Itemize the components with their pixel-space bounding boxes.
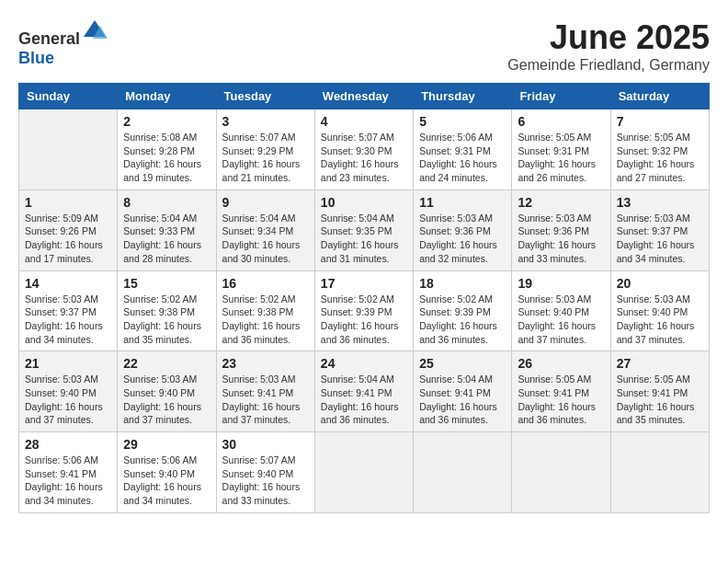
day-info: Sunrise: 5:07 AM Sunset: 9:30 PM Dayligh…: [321, 131, 407, 185]
title-area: June 2025 Gemeinde Friedland, Germany: [507, 18, 710, 74]
col-monday: Monday: [118, 84, 216, 109]
day-info: Sunrise: 5:06 AM Sunset: 9:40 PM Dayligh…: [123, 454, 210, 508]
table-cell: 18Sunrise: 5:02 AM Sunset: 9:39 PM Dayli…: [414, 270, 512, 351]
day-info: Sunrise: 5:09 AM Sunset: 9:26 PM Dayligh…: [25, 212, 111, 266]
day-info: Sunrise: 5:05 AM Sunset: 9:31 PM Dayligh…: [518, 131, 604, 185]
day-number: 7: [617, 114, 703, 129]
day-number: 16: [222, 276, 309, 291]
table-cell: 10Sunrise: 5:04 AM Sunset: 9:35 PM Dayli…: [314, 190, 413, 270]
day-number: 19: [518, 276, 604, 291]
table-cell: [414, 432, 512, 513]
day-number: 28: [25, 437, 111, 452]
day-info: Sunrise: 5:06 AM Sunset: 9:41 PM Dayligh…: [25, 454, 111, 508]
calendar-row-1: 2Sunrise: 5:08 AM Sunset: 9:28 PM Daylig…: [19, 109, 710, 190]
table-cell: 4Sunrise: 5:07 AM Sunset: 9:30 PM Daylig…: [314, 109, 413, 190]
day-number: 23: [222, 356, 309, 371]
day-info: Sunrise: 5:03 AM Sunset: 9:40 PM Dayligh…: [25, 373, 111, 427]
table-cell: 9Sunrise: 5:04 AM Sunset: 9:34 PM Daylig…: [216, 190, 314, 270]
table-cell: 30Sunrise: 5:07 AM Sunset: 9:40 PM Dayli…: [216, 432, 314, 513]
day-info: Sunrise: 5:02 AM Sunset: 9:39 PM Dayligh…: [419, 293, 506, 347]
day-number: 5: [419, 114, 506, 129]
day-number: 11: [419, 195, 506, 210]
day-info: Sunrise: 5:03 AM Sunset: 9:40 PM Dayligh…: [123, 373, 210, 427]
table-cell: 15Sunrise: 5:02 AM Sunset: 9:38 PM Dayli…: [118, 270, 216, 351]
day-number: 22: [123, 356, 210, 371]
day-info: Sunrise: 5:04 AM Sunset: 9:35 PM Dayligh…: [321, 212, 407, 266]
table-cell: 11Sunrise: 5:03 AM Sunset: 9:36 PM Dayli…: [414, 190, 512, 270]
day-info: Sunrise: 5:03 AM Sunset: 9:36 PM Dayligh…: [518, 212, 604, 266]
logo: General Blue: [18, 18, 108, 68]
table-cell: 17Sunrise: 5:02 AM Sunset: 9:39 PM Dayli…: [314, 270, 413, 351]
calendar-row-3: 14Sunrise: 5:03 AM Sunset: 9:37 PM Dayli…: [19, 270, 710, 351]
calendar-row-5: 28Sunrise: 5:06 AM Sunset: 9:41 PM Dayli…: [19, 432, 710, 513]
day-info: Sunrise: 5:04 AM Sunset: 9:34 PM Dayligh…: [222, 212, 309, 266]
table-cell: [19, 109, 118, 190]
day-info: Sunrise: 5:03 AM Sunset: 9:40 PM Dayligh…: [518, 293, 604, 347]
day-number: 2: [123, 114, 210, 129]
table-cell: 13Sunrise: 5:03 AM Sunset: 9:37 PM Dayli…: [610, 190, 709, 270]
logo-blue: Blue: [18, 49, 54, 67]
month-title: June 2025: [507, 18, 710, 57]
day-info: Sunrise: 5:02 AM Sunset: 9:38 PM Dayligh…: [222, 293, 309, 347]
day-number: 30: [222, 437, 309, 452]
table-cell: 26Sunrise: 5:05 AM Sunset: 9:41 PM Dayli…: [512, 351, 610, 432]
location-title: Gemeinde Friedland, Germany: [507, 57, 710, 74]
day-number: 17: [321, 276, 407, 291]
day-info: Sunrise: 5:08 AM Sunset: 9:28 PM Dayligh…: [123, 131, 210, 185]
day-number: 27: [617, 356, 703, 371]
day-info: Sunrise: 5:03 AM Sunset: 9:40 PM Dayligh…: [617, 293, 703, 347]
day-info: Sunrise: 5:05 AM Sunset: 9:41 PM Dayligh…: [617, 373, 703, 427]
col-wednesday: Wednesday: [314, 84, 413, 109]
table-cell: 28Sunrise: 5:06 AM Sunset: 9:41 PM Dayli…: [19, 432, 118, 513]
col-tuesday: Tuesday: [216, 84, 314, 109]
day-number: 3: [222, 114, 309, 129]
table-cell: 20Sunrise: 5:03 AM Sunset: 9:40 PM Dayli…: [610, 270, 709, 351]
day-info: Sunrise: 5:07 AM Sunset: 9:40 PM Dayligh…: [222, 454, 309, 508]
day-number: 10: [321, 195, 407, 210]
day-number: 14: [25, 276, 111, 291]
day-number: 26: [518, 356, 604, 371]
table-cell: 29Sunrise: 5:06 AM Sunset: 9:40 PM Dayli…: [118, 432, 216, 513]
table-cell: 5Sunrise: 5:06 AM Sunset: 9:31 PM Daylig…: [414, 109, 512, 190]
day-info: Sunrise: 5:04 AM Sunset: 9:41 PM Dayligh…: [321, 373, 407, 427]
day-info: Sunrise: 5:02 AM Sunset: 9:38 PM Dayligh…: [123, 293, 210, 347]
table-cell: 2Sunrise: 5:08 AM Sunset: 9:28 PM Daylig…: [118, 109, 216, 190]
table-cell: [314, 432, 413, 513]
day-number: 1: [25, 195, 111, 210]
day-info: Sunrise: 5:03 AM Sunset: 9:37 PM Dayligh…: [25, 293, 111, 347]
col-thursday: Thursday: [414, 84, 512, 109]
logo-icon: [82, 18, 108, 44]
table-cell: 14Sunrise: 5:03 AM Sunset: 9:37 PM Dayli…: [19, 270, 118, 351]
table-cell: 25Sunrise: 5:04 AM Sunset: 9:41 PM Dayli…: [414, 351, 512, 432]
day-info: Sunrise: 5:04 AM Sunset: 9:33 PM Dayligh…: [123, 212, 210, 266]
day-number: 24: [321, 356, 407, 371]
table-cell: 16Sunrise: 5:02 AM Sunset: 9:38 PM Dayli…: [216, 270, 314, 351]
table-cell: [512, 432, 610, 513]
day-number: 25: [419, 356, 506, 371]
day-number: 9: [222, 195, 309, 210]
table-cell: 3Sunrise: 5:07 AM Sunset: 9:29 PM Daylig…: [216, 109, 314, 190]
day-number: 15: [123, 276, 210, 291]
day-number: 18: [419, 276, 506, 291]
day-number: 4: [321, 114, 407, 129]
table-cell: 21Sunrise: 5:03 AM Sunset: 9:40 PM Dayli…: [19, 351, 118, 432]
calendar-row-4: 21Sunrise: 5:03 AM Sunset: 9:40 PM Dayli…: [19, 351, 710, 432]
table-cell: 1Sunrise: 5:09 AM Sunset: 9:26 PM Daylig…: [19, 190, 118, 270]
day-number: 20: [617, 276, 703, 291]
table-cell: [610, 432, 709, 513]
day-info: Sunrise: 5:04 AM Sunset: 9:41 PM Dayligh…: [419, 373, 506, 427]
table-cell: 6Sunrise: 5:05 AM Sunset: 9:31 PM Daylig…: [512, 109, 610, 190]
day-number: 21: [25, 356, 111, 371]
table-cell: 22Sunrise: 5:03 AM Sunset: 9:40 PM Dayli…: [118, 351, 216, 432]
day-info: Sunrise: 5:05 AM Sunset: 9:32 PM Dayligh…: [617, 131, 703, 185]
day-info: Sunrise: 5:03 AM Sunset: 9:41 PM Dayligh…: [222, 373, 309, 427]
calendar-table: Sunday Monday Tuesday Wednesday Thursday…: [18, 83, 710, 513]
day-info: Sunrise: 5:03 AM Sunset: 9:37 PM Dayligh…: [617, 212, 703, 266]
day-info: Sunrise: 5:02 AM Sunset: 9:39 PM Dayligh…: [321, 293, 407, 347]
col-saturday: Saturday: [610, 84, 709, 109]
day-number: 13: [617, 195, 703, 210]
col-friday: Friday: [512, 84, 610, 109]
calendar-row-2: 1Sunrise: 5:09 AM Sunset: 9:26 PM Daylig…: [19, 190, 710, 270]
day-number: 8: [123, 195, 210, 210]
day-number: 29: [123, 437, 210, 452]
